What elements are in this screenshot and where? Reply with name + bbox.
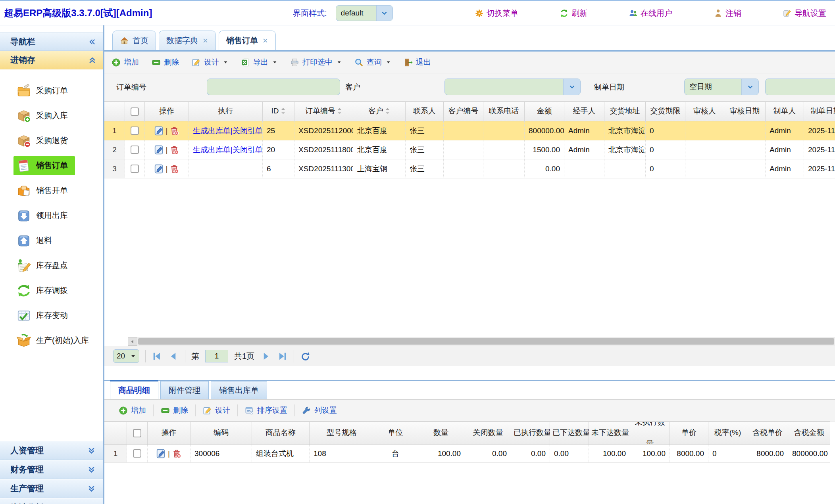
orders-grid-row[interactable]: 1|生成出库单|关闭引单25XSD20251120001北京百度张三800000… xyxy=(104,121,835,140)
toplink-nav-settings[interactable]: 导航设置 xyxy=(783,8,826,19)
toolbar-button-delete[interactable]: 删除 xyxy=(161,405,188,416)
page-number-input[interactable] xyxy=(205,350,228,362)
delete-icon[interactable] xyxy=(169,126,179,136)
sidebar-item-sales-billing[interactable]: 销售开单 xyxy=(0,178,103,203)
cell-order_no: XSD20251113001 xyxy=(294,159,353,178)
toplink-switch-menu[interactable]: 切换菜单 xyxy=(475,8,518,19)
sidebar-item-purchase-order[interactable]: 采购订单 xyxy=(0,78,103,103)
sidebar-group-finance-management[interactable]: 财务管理 xyxy=(0,460,103,479)
prev-page-button[interactable] xyxy=(168,351,179,362)
toolbar-button-query[interactable]: 查询 xyxy=(354,57,391,67)
sidebar-item-purchase-in[interactable]: 采购入库 xyxy=(0,103,103,128)
last-page-button[interactable] xyxy=(277,351,288,362)
generate-outbound-close-link[interactable]: 生成出库单|关闭引单 xyxy=(193,126,263,135)
select-all-checkbox[interactable] xyxy=(133,429,141,437)
toolbar-button-print-selected[interactable]: 打印选中 xyxy=(290,57,342,67)
row-checkbox[interactable] xyxy=(131,165,139,173)
collapse-sidebar-icon[interactable] xyxy=(88,38,96,46)
row-number-cell: 3 xyxy=(104,159,125,178)
column-header-customer[interactable]: 客户 xyxy=(353,102,406,121)
tab-close-icon[interactable] xyxy=(202,38,208,44)
tab-sales-order[interactable]: 销售订单 xyxy=(219,31,276,50)
topbar: 超易ERP高级版3.3.7.0[试][Admin] 界面样式: default … xyxy=(0,1,835,25)
row-checkbox[interactable] xyxy=(133,449,141,458)
customer-select[interactable] xyxy=(444,79,581,95)
sidebar-item-stock-change[interactable]: 库存变动 xyxy=(0,303,103,328)
toplink-label: 切换菜单 xyxy=(487,8,518,19)
horizontal-scrollbar[interactable] xyxy=(128,337,835,346)
sidebar-header[interactable]: 导航栏 xyxy=(0,33,103,51)
column-header-handler: 经手人 xyxy=(564,102,604,121)
chevron-down-icon[interactable] xyxy=(87,466,96,474)
generate-outbound-close-link[interactable]: 生成出库单|关闭引单 xyxy=(193,146,263,154)
sidebar-item-stock-check[interactable]: 库存盘点 xyxy=(0,253,103,278)
toolbar-button-sort-settings[interactable]: 排序设置 xyxy=(245,405,287,416)
tab-home[interactable]: 首页 xyxy=(112,31,156,50)
toolbar-button-delete[interactable]: 删除 xyxy=(152,57,179,67)
toplink-online-users[interactable]: 在线用户 xyxy=(629,8,672,19)
row-checkbox[interactable] xyxy=(131,126,139,135)
toplink-refresh[interactable]: 刷新 xyxy=(560,8,587,19)
order-no-input[interactable] xyxy=(207,79,340,95)
chevron-up-icon[interactable] xyxy=(88,56,96,64)
toolbar-button-design[interactable]: 设计 xyxy=(203,405,230,416)
ui-style-select[interactable]: default xyxy=(336,5,393,21)
chevron-down-icon[interactable] xyxy=(87,485,96,493)
reload-button[interactable] xyxy=(300,351,311,362)
sidebar-item-inner: 退料 xyxy=(13,231,59,250)
toolbar-button-add[interactable]: 增加 xyxy=(112,57,139,67)
delete-icon[interactable] xyxy=(169,164,179,174)
toolbar-button-design[interactable]: 设计 xyxy=(192,57,228,67)
tab-data-dictionary[interactable]: 数据字典 xyxy=(159,31,216,50)
row-checkbox[interactable] xyxy=(131,146,139,154)
detail-grid-row[interactable]: 1|300006组装台式机108台100.000.000.000.00100.0… xyxy=(104,445,830,463)
sidebar-item-stock-transfer[interactable]: 库存调拨 xyxy=(0,278,103,303)
sidebar-item-requisition-out[interactable]: 领用出库 xyxy=(0,203,103,228)
column-header-id[interactable]: ID xyxy=(263,102,294,121)
sidebar-group-hr-management[interactable]: 人资管理 xyxy=(0,441,103,460)
page-size-select[interactable]: 20 xyxy=(113,349,139,363)
date-mode-select[interactable]: 空日期 xyxy=(684,79,759,95)
sidebar-item-inner: 生产(初始)入库 xyxy=(13,331,96,350)
edit-icon[interactable] xyxy=(154,164,164,174)
cell-contact: 张三 xyxy=(406,121,444,140)
sidebar-group-production-management[interactable]: 生产管理 xyxy=(0,479,103,498)
detail-tab-sales-outbound[interactable]: 销售出库单 xyxy=(211,381,267,399)
delete-icon[interactable] xyxy=(171,448,182,459)
select-all-checkbox[interactable] xyxy=(131,107,139,116)
column-label: 金额 xyxy=(537,107,552,115)
orders-grid-row[interactable]: 3|6XSD20251113001上海宝钢张三0.000Admin2025-11… xyxy=(104,159,835,178)
toolbar-button-column-settings[interactable]: 列设置 xyxy=(302,405,337,416)
sidebar-item-sales-order[interactable]: 销售订单 xyxy=(0,153,103,178)
edit-icon[interactable] xyxy=(154,145,164,155)
first-page-button[interactable] xyxy=(152,351,162,362)
sidebar-group-statistics-analysis[interactable]: 统计分析 xyxy=(0,498,103,504)
toolbar-button-export[interactable]: 导出 xyxy=(241,57,277,67)
row-actions-cell: | xyxy=(145,121,189,140)
column-header-order_no[interactable]: 订单编号 xyxy=(294,102,353,121)
sidebar-item-production-in[interactable]: 生产(初始)入库 xyxy=(0,328,103,353)
column-header-phone: 联系电话 xyxy=(483,102,525,121)
chevron-down-icon[interactable] xyxy=(87,447,96,455)
toolbar-button-add[interactable]: 增加 xyxy=(119,405,146,416)
toplink-logout[interactable]: 注销 xyxy=(714,8,741,19)
detail-tab-attachment-management[interactable]: 附件管理 xyxy=(160,381,209,399)
toolbar-button-label: 导出 xyxy=(253,57,268,67)
orders-grid-row[interactable]: 2|生成出库单|关闭引单20XSD20251118001北京百度张三1500.0… xyxy=(104,140,835,159)
sidebar-item-material-return[interactable]: 退料 xyxy=(0,228,103,253)
cell-maker: Admin xyxy=(766,159,804,178)
pager-separator xyxy=(185,350,185,362)
toolbar-button-exit[interactable]: 退出 xyxy=(404,57,431,67)
pager-separator xyxy=(294,350,294,362)
detail-tab-product-detail[interactable]: 商品明细 xyxy=(110,380,158,399)
next-page-button[interactable] xyxy=(260,351,271,362)
scroll-left-button[interactable] xyxy=(128,337,137,346)
sidebar-item-purchase-return[interactable]: 采购退货 xyxy=(0,128,103,153)
delete-icon[interactable] xyxy=(169,145,179,155)
edit-icon[interactable] xyxy=(156,448,166,459)
scrollbar-thumb[interactable] xyxy=(138,338,834,345)
edit-icon[interactable] xyxy=(154,126,164,136)
sidebar-group-inventory[interactable]: 进销存 xyxy=(0,51,103,69)
date-input[interactable] xyxy=(766,82,835,91)
tab-close-icon[interactable] xyxy=(262,38,268,44)
